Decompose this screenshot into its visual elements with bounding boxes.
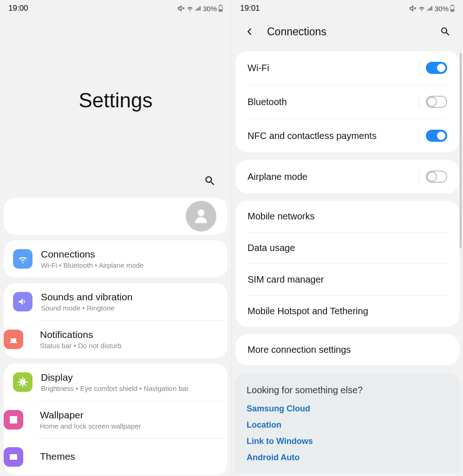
signal-icon: [195, 5, 202, 12]
display-icon: [17, 377, 28, 388]
settings-item-title: Sounds and vibration: [41, 291, 132, 303]
search-icon: [204, 175, 216, 187]
connections-list: Wi-Fi Bluetooth NFC and contactless paym…: [232, 46, 463, 476]
connection-row-data-usage[interactable]: Data usage: [248, 232, 447, 264]
suggestion-link-link-to-windows[interactable]: Link to Windows: [247, 436, 448, 446]
settings-item-title: Notifications: [40, 329, 121, 340]
separator: [419, 61, 419, 74]
suggestion-link-android-auto[interactable]: Android Auto: [247, 453, 448, 463]
settings-root-pane: 19:00 30% Settings Connections Wi-Fi • B…: [0, 0, 231, 476]
row-label: Wi-Fi: [248, 63, 269, 73]
signal-icon: [427, 5, 433, 12]
status-time: 19:00: [8, 4, 28, 13]
notifications-icon: [8, 334, 19, 345]
row-label: Bluetooth: [248, 97, 287, 107]
row-label: SIM card manager: [248, 274, 324, 285]
person-icon: [191, 206, 211, 226]
connection-row-bluetooth[interactable]: Bluetooth: [248, 85, 447, 119]
search-icon: [440, 26, 451, 37]
wifi-icon: [17, 253, 28, 264]
settings-item-subtitle: Status bar • Do not disturb: [40, 342, 121, 350]
settings-item-subtitle: Sound mode • Ringtone: [41, 304, 132, 312]
battery-icon: [450, 5, 455, 12]
settings-item-sounds[interactable]: Sounds and vibration Sound mode • Ringto…: [4, 283, 228, 320]
settings-item-wallpaper[interactable]: Wallpaper Home and lock screen wallpaper: [37, 401, 228, 438]
settings-item-themes[interactable]: Themes: [37, 438, 228, 475]
page-title: Settings: [0, 89, 231, 112]
scrollbar-indicator[interactable]: [460, 53, 462, 248]
display-icon-badge: [13, 372, 33, 392]
toggle-nfc-and-contactless-payments[interactable]: [426, 130, 447, 142]
status-icons: 30%: [409, 5, 455, 13]
settings-item-notifications[interactable]: Notifications Status bar • Do not distur…: [37, 320, 228, 358]
status-bar: 19:01 30%: [232, 0, 463, 17]
suggestions-title: Looking for something else?: [247, 385, 448, 396]
sound-icon-badge: [13, 292, 33, 311]
mute-icon: [409, 5, 417, 12]
svg-rect-5: [451, 5, 453, 6]
battery-percent: 30%: [435, 5, 449, 13]
connection-group: More connection settings: [235, 334, 459, 365]
settings-item-subtitle: Brightness • Eye comfort shield • Naviga…: [41, 384, 189, 392]
connection-row-more-connection-settings[interactable]: More connection settings: [235, 334, 459, 365]
suggestions-block: Looking for something else? Samsung Clou…: [235, 373, 460, 474]
toggle-bluetooth[interactable]: [426, 96, 447, 108]
battery-percent: 30%: [203, 5, 217, 13]
separator: [419, 129, 419, 142]
connection-row-mobile-networks[interactable]: Mobile networks: [235, 201, 459, 232]
svg-rect-2: [220, 5, 222, 6]
separator: [419, 170, 419, 183]
settings-item-title: Connections: [41, 249, 143, 260]
profile-card[interactable]: [4, 198, 228, 235]
themes-icon-badge: [4, 447, 23, 467]
battery-icon: [218, 5, 223, 12]
search-button[interactable]: [202, 172, 218, 189]
wifi-status-icon: [186, 5, 194, 12]
settings-item-title: Display: [41, 372, 189, 383]
settings-item-title: Themes: [40, 451, 75, 462]
connection-group: Wi-Fi Bluetooth NFC and contactless paym…: [235, 51, 459, 152]
row-label: Mobile networks: [248, 211, 315, 222]
connection-row-mobile-hotspot-and-tethering[interactable]: Mobile Hotspot and Tethering: [248, 295, 447, 327]
settings-item-display[interactable]: Display Brightness • Eye comfort shield …: [4, 364, 228, 401]
app-bar: Connections: [232, 17, 463, 46]
row-label: More connection settings: [248, 344, 351, 355]
connection-row-sim-card-manager[interactable]: SIM card manager: [248, 264, 447, 295]
themes-icon: [8, 451, 19, 463]
connection-row-airplane-mode[interactable]: Airplane mode: [235, 160, 459, 193]
settings-item-subtitle: Wi-Fi • Bluetooth • Airplane mode: [41, 261, 143, 269]
suggestion-link-location[interactable]: Location: [247, 420, 448, 430]
connection-row-wi-fi[interactable]: Wi-Fi: [235, 51, 459, 85]
app-bar-title: Connections: [267, 26, 428, 38]
avatar: [186, 201, 216, 231]
toggle-airplane-mode[interactable]: [426, 171, 447, 183]
mute-icon: [177, 5, 185, 12]
status-time: 19:01: [240, 4, 260, 13]
notifications-icon-badge: [4, 330, 23, 349]
wifi-icon-badge: [13, 249, 33, 269]
settings-group: Sounds and vibration Sound mode • Ringto…: [4, 283, 228, 358]
toggle-wi-fi[interactable]: [426, 62, 447, 74]
wallpaper-icon-badge: [4, 410, 23, 430]
settings-item-title: Wallpaper: [40, 410, 141, 421]
wifi-status-icon: [418, 5, 425, 12]
settings-item-subtitle: Home and lock screen wallpaper: [40, 422, 141, 430]
settings-group: Display Brightness • Eye comfort shield …: [4, 364, 228, 475]
connection-row-nfc-and-contactless-payments[interactable]: NFC and contactless payments: [248, 119, 447, 152]
suggestion-link-samsung-cloud[interactable]: Samsung Cloud: [247, 404, 448, 414]
status-bar: 19:00 30%: [0, 0, 231, 17]
connection-group: Mobile networksData usageSIM card manage…: [235, 201, 459, 327]
row-label: Airplane mode: [248, 172, 307, 182]
row-label: NFC and contactless payments: [248, 131, 377, 141]
chevron-left-icon: [244, 26, 255, 37]
svg-rect-4: [451, 9, 454, 11]
back-button[interactable]: [240, 22, 259, 41]
row-label: Data usage: [248, 243, 295, 253]
sound-icon: [17, 296, 28, 307]
connection-group: Airplane mode: [235, 160, 459, 193]
separator: [419, 95, 419, 108]
connections-pane: 19:01 30% Connections Wi-Fi Bluetooth NF…: [231, 0, 463, 476]
settings-group: Connections Wi-Fi • Bluetooth • Airplane…: [4, 240, 228, 278]
settings-item-connections[interactable]: Connections Wi-Fi • Bluetooth • Airplane…: [4, 240, 228, 278]
search-button[interactable]: [436, 22, 455, 41]
